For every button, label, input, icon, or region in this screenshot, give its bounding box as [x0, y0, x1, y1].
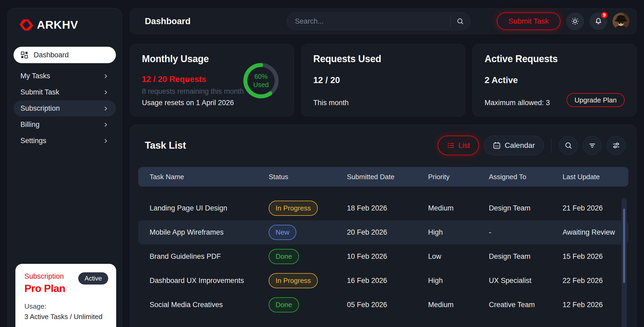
chevron-right-icon: [103, 105, 109, 112]
chevron-right-icon: [103, 73, 109, 79]
chevron-right-icon: [103, 122, 109, 128]
status-badge: Done: [269, 249, 299, 264]
task-list-card: Task List List: [130, 125, 637, 327]
cell-submitted-date: 10 Feb 2026: [347, 252, 428, 261]
sidebar-item-label: Subscription: [20, 104, 60, 113]
cell-task-name: Brand Guidelines PDF: [150, 252, 269, 261]
sidebar-item-subscription[interactable]: Subscription: [14, 100, 116, 117]
cell-priority: Low: [428, 252, 489, 261]
status-badge: In Progress: [269, 273, 318, 288]
cell-task-name: Dashboard UX Improvements: [150, 277, 269, 285]
usage-donut-chart: 60% Used: [241, 61, 281, 101]
search-icon[interactable]: [456, 17, 464, 25]
plan-usage-value: 3 Active Tasks / Unlimited: [24, 313, 107, 321]
arkhv-logo-mark-icon: [19, 19, 34, 31]
cell-task-name: Social Media Creatives: [150, 301, 269, 309]
column-header-last-update: Last Update: [563, 173, 628, 181]
sidebar-item-label: Dashboard: [34, 51, 69, 59]
task-search-button[interactable]: [559, 136, 578, 155]
cell-last-update: 12 Feb 2026: [563, 301, 628, 309]
sidebar: ARKHV Dashboard My Tasks Submit Task Sub…: [7, 8, 122, 327]
sun-icon: [571, 17, 579, 25]
cell-last-update: Awaiting Review: [563, 228, 628, 236]
cell-last-update: 22 Feb 2026: [563, 277, 628, 285]
plan-status-badge: Active: [78, 272, 108, 285]
status-badge: New: [269, 225, 296, 240]
stats-row: Monthly Usage 12 / 20 Requests 8 request…: [130, 44, 637, 116]
sidebar-item-label: My Tasks: [20, 72, 50, 80]
task-settings-button[interactable]: [607, 136, 626, 155]
plan-usage-label: Usage:: [24, 302, 107, 311]
logo-text: ARKHV: [37, 18, 78, 31]
column-header-priority: Priority: [428, 173, 489, 181]
cell-submitted-date: 05 Feb 2026: [347, 301, 428, 309]
subscription-plan-card: Subscription Pro Plan Active Usage: 3 Ac…: [15, 264, 116, 327]
table-row[interactable]: Dashboard UX Improvements In Progress 16…: [138, 269, 628, 293]
cell-assigned-to: Design Team: [489, 252, 563, 261]
requests-used-caption: This month: [313, 99, 453, 107]
cell-submitted-date: 20 Feb 2026: [347, 228, 428, 236]
card-title: Requests Used: [313, 53, 453, 64]
active-requests-card: Active Requests 2 Active Maximum allowed…: [473, 44, 637, 116]
submit-task-button[interactable]: Submit Task: [497, 12, 560, 30]
list-view-button[interactable]: List: [438, 136, 479, 155]
max-allowed-text: Maximum allowed: 3: [485, 99, 550, 107]
search-icon: [564, 141, 573, 150]
status-badge: Done: [269, 297, 299, 312]
column-header-assigned-to: Assigned To: [489, 173, 563, 181]
notification-count-badge: 9: [601, 11, 608, 19]
controls-divider: [551, 138, 552, 153]
requests-used-card: Requests Used 12 / 20 This month: [301, 44, 465, 116]
dashboard-grid-icon: [20, 51, 28, 59]
scrollbar-thumb[interactable]: [623, 209, 625, 283]
table-row[interactable]: Brand Guidelines PDF Done 10 Feb 2026 Lo…: [138, 244, 628, 269]
theme-toggle-button[interactable]: [566, 12, 584, 30]
table-row[interactable]: Mobile App Wireframes New 20 Feb 2026 Hi…: [138, 220, 628, 244]
card-title: Active Requests: [485, 53, 625, 64]
sidebar-item-submit-task[interactable]: Submit Task: [14, 84, 116, 100]
main-content: Dashboard Submit Task: [130, 8, 637, 327]
logo: ARKHV: [19, 18, 116, 31]
cell-task-name: Landing Page UI Design: [150, 204, 269, 212]
cell-priority: High: [428, 228, 489, 236]
bell-icon: [594, 17, 603, 25]
sidebar-item-label: Settings: [20, 137, 46, 145]
search-bar: [287, 12, 470, 30]
sidebar-item-billing[interactable]: Billing: [14, 117, 116, 133]
sidebar-item-settings[interactable]: Settings: [14, 133, 116, 149]
task-list-controls: List Calendar: [438, 136, 626, 155]
cell-assigned-to: -: [489, 228, 563, 236]
sidebar-item-my-tasks[interactable]: My Tasks: [14, 68, 116, 84]
sidebar-item-dashboard[interactable]: Dashboard: [14, 47, 116, 63]
filter-lines-icon: [588, 141, 597, 150]
cell-submitted-date: 16 Feb 2026: [347, 277, 428, 285]
cell-priority: Medium: [428, 204, 489, 212]
requests-used-value: 12 / 20: [313, 75, 453, 85]
search-input[interactable]: [295, 17, 447, 25]
chevron-right-icon: [103, 138, 109, 144]
calendar-icon: [493, 141, 501, 150]
cell-priority: Medium: [428, 301, 489, 309]
cell-priority: High: [428, 277, 489, 285]
calendar-view-button[interactable]: Calendar: [484, 136, 544, 155]
column-header-status: Status: [269, 173, 347, 181]
monthly-usage-card: Monthly Usage 12 / 20 Requests 8 request…: [130, 44, 294, 116]
status-badge: In Progress: [269, 201, 318, 216]
cell-task-name: Mobile App Wireframes: [150, 228, 269, 236]
chevron-right-icon: [103, 89, 109, 96]
user-avatar[interactable]: [612, 13, 629, 30]
column-header-task-name: Task Name: [150, 173, 269, 181]
table-header: Task Name Status Submitted Date Priority…: [138, 167, 628, 187]
search-divider: [450, 16, 451, 26]
column-header-submitted-date: Submitted Date: [347, 173, 428, 181]
upgrade-plan-small-button[interactable]: Upgrade Plan: [567, 93, 625, 107]
task-filter-button[interactable]: [583, 136, 602, 155]
cell-last-update: 21 Feb 2026: [563, 204, 628, 212]
donut-center-label: 60% Used: [241, 61, 281, 101]
table-row[interactable]: Social Media Creatives Done 05 Feb 2026 …: [138, 293, 628, 317]
page-title: Dashboard: [145, 16, 190, 26]
table-row[interactable]: Landing Page UI Design In Progress 18 Fe…: [138, 196, 628, 220]
cell-assigned-to: Creative Team: [489, 301, 563, 309]
sidebar-item-label: Billing: [20, 121, 40, 129]
notifications-button[interactable]: 9: [590, 12, 607, 30]
